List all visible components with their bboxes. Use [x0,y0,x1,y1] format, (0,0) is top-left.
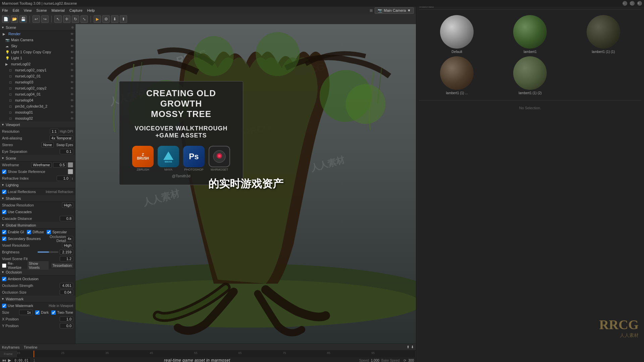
window-controls[interactable]: − □ × [623,1,642,6]
tree-nurselog04[interactable]: □ nurselog04 👁 [0,97,75,103]
timeline-controls[interactable]: ⬆ ⬇ [407,345,414,349]
refractive-value[interactable]: 1.0 [57,176,70,181]
brightness-value[interactable]: 2.159 [60,249,73,255]
tree-main-camera[interactable]: 📷 Main Camera 👁 [0,37,75,43]
local-reflections-checkbox[interactable] [2,190,6,194]
scale-button[interactable]: ⤡ [80,15,88,23]
nl0401-eye-icon[interactable]: 👁 [70,93,74,96]
timeline-expand-icon[interactable]: ⬆ [407,345,410,349]
viewport[interactable]: RRCG 人人素材 RRCG 人人素材 RRCG 人人素材 [75,24,416,344]
occlusion-detail-dropdown[interactable]: 4x [66,236,73,241]
menu-edit[interactable]: Edit [13,8,19,12]
menu-material[interactable]: Material [52,8,65,12]
settings-button[interactable]: ⚙ [102,15,110,23]
occ-strength-value[interactable]: 4.051 [60,283,73,288]
wireframe-color-swatch[interactable] [68,162,73,168]
camera-selector[interactable]: 📷 Main Camera ▼ [375,7,414,14]
nl04-eye-icon[interactable]: 👁 [70,99,74,102]
timeline-track[interactable]: 15 25 35 45 55 65 75 85 95 [17,351,416,357]
nl-eye-icon[interactable]: 👁 [70,62,74,66]
stereo-dropdown[interactable]: None [42,142,54,147]
antialiasing-dropdown[interactable]: 4x Temporal [50,135,73,141]
mat-lambert1[interactable]: lambert1 [495,15,565,54]
scene-section-header[interactable]: ▼ Scene ⊕ [0,24,75,31]
sky-eye-icon[interactable]: 👁 [70,44,74,48]
rotate-button[interactable]: ↻ [72,15,79,23]
tree-nurselog03[interactable]: □ nurselog03 👁 [0,79,75,85]
tree-nurselog02[interactable]: ▶ nurseLog02 👁 [0,61,75,67]
voxel-res-dropdown[interactable]: High [62,243,73,248]
wireframe-dropdown[interactable]: Wireframe [31,162,52,168]
render-button[interactable]: ▶ [94,15,101,23]
menu-view[interactable]: View [24,8,32,12]
new-button[interactable]: 📄 [2,15,9,23]
use-cascades-checkbox[interactable] [2,210,6,214]
use-watermark-checkbox[interactable] [2,304,6,308]
move-button[interactable]: ✛ [63,15,70,23]
close-button[interactable]: × [637,1,642,6]
shadow-res-dropdown[interactable]: High [62,202,73,208]
secondary-bounces-checkbox[interactable] [2,237,6,241]
select-button[interactable]: ↖ [54,15,62,23]
dark-checkbox[interactable] [35,310,40,315]
eye-sep-value[interactable]: 0.1 [60,149,73,154]
mat-lambert1-1-2[interactable]: lambert1 (1) (2) [495,56,565,95]
brightness-slider[interactable]: 2.159 [38,249,73,255]
open-button[interactable]: 📂 [11,15,18,23]
scale-color-swatch[interactable] [68,169,73,174]
tree-nurselog02-copy2[interactable]: □ nurseLog02_copy2 👁 [0,85,75,91]
l1-eye-icon[interactable]: 👁 [70,56,74,60]
wm-size-value[interactable]: 1x [19,310,33,315]
occlusion-section-header[interactable]: ▼ Occlusion [0,269,75,276]
voxel-scene-fit-value[interactable]: 1.2 [60,256,73,261]
nl03-eye-icon[interactable]: 👁 [70,80,74,84]
tree-light-copy[interactable]: 💡 Light 1 Copy Copy Copy 👁 [0,49,75,55]
occ-size-value[interactable]: 0.04 [60,290,73,295]
x-pos-value[interactable]: 1.0 [60,316,73,322]
scene-section2-header[interactable]: ▼ Scene [0,155,75,162]
menu-capture[interactable]: Capture [69,8,83,12]
render-eye-icon[interactable]: 👁 [70,32,74,36]
mat-default[interactable]: Default [422,15,492,54]
viewport-section-header[interactable]: ▼ Viewport [0,121,75,128]
wireframe-value[interactable]: 0.5 [53,162,66,168]
mat-lambert1-2[interactable]: lambert1 (1) ... [422,56,492,95]
minimize-button[interactable]: − [623,1,627,6]
two-tone-checkbox[interactable] [51,310,56,315]
save-button[interactable]: 💾 [19,15,27,23]
ml02-eye-icon[interactable]: 👁 [70,117,74,120]
diffuse-checkbox[interactable] [27,230,31,234]
tree-sky[interactable]: ☁ Sky 👁 [0,43,75,49]
import-button[interactable]: ⬇ [111,15,118,23]
tree-nurselog02-01[interactable]: □ nurseLog02_01 👁 [0,73,75,79]
cam-eye-icon[interactable]: 👁 [70,38,74,42]
mat-lambert1-1[interactable]: lambert1 (1) (1) [568,15,639,54]
specular-checkbox[interactable] [47,230,51,234]
lcc-eye-icon[interactable]: 👁 [70,50,74,54]
tessellation-btn[interactable]: Tessellation [51,263,73,268]
y-pos-value[interactable]: 0.0 [60,323,73,328]
tree-mosslog02[interactable]: □ mosslog02 👁 [0,115,75,121]
tree-pm3d[interactable]: □ pm3d_cylinder3d_2 👁 [0,103,75,109]
undo-button[interactable]: ↩ [33,15,40,23]
export-button[interactable]: ⬆ [120,15,127,23]
scene-options-icon[interactable]: ⊕ [71,25,74,29]
nlc2-eye-icon[interactable]: 👁 [70,86,74,90]
tree-light1[interactable]: 💡 Light 1 👁 [0,55,75,61]
menu-help[interactable]: Help [87,8,95,12]
enable-gi-checkbox[interactable] [2,230,6,234]
lighting-section-header[interactable]: ▼ Lighting [0,182,75,188]
nlc1-eye-icon[interactable]: 👁 [70,68,74,72]
maximize-button[interactable]: □ [630,1,635,6]
show-scale-checkbox[interactable] [2,170,6,174]
tree-render[interactable]: ▶ Render 👁 [0,31,75,37]
prev-frame-button[interactable]: ⏮ [2,358,6,362]
play-button[interactable]: ▶ [8,358,11,362]
watermark-section-header[interactable]: ▼ Watermark [0,296,75,302]
ambient-occlusion-checkbox[interactable] [2,277,6,281]
tree-nurselog04-01[interactable]: □ nurseLog04_01 👁 [0,91,75,97]
pm3d-eye-icon[interactable]: 👁 [70,105,74,108]
swap-eyes-label[interactable]: Swap Eyes [56,143,73,147]
tree-mosslog01[interactable]: □ mosslog01 👁 [0,109,75,115]
timeline-collapse-icon[interactable]: ⬇ [411,345,414,349]
